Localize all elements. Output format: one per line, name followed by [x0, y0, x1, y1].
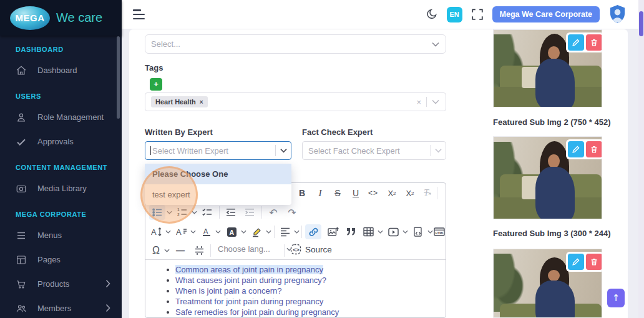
clear-all-icon[interactable]: ×	[416, 97, 421, 107]
background-color-button[interactable]: A	[224, 224, 239, 239]
fullscreen-icon[interactable]	[471, 7, 484, 21]
page-scrollbar-thumb[interactable]	[639, 11, 643, 36]
table-dropdown[interactable]	[378, 224, 384, 239]
sidebar-item-pages[interactable]: Pages	[0, 247, 122, 272]
delete-image-button[interactable]	[586, 141, 602, 157]
italic-button[interactable]: I	[313, 186, 327, 201]
highlight-dropdown[interactable]	[266, 224, 272, 239]
avatar-icon[interactable]	[608, 4, 627, 25]
written-by-select[interactable]: Select Written Expert	[145, 141, 291, 160]
chevron-down-icon[interactable]	[435, 148, 442, 153]
tags-input[interactable]: Heart Health × ×	[145, 92, 446, 111]
sidebar-scrollbar[interactable]	[117, 36, 120, 119]
sidebar-item-approvals[interactable]: Approvals	[0, 129, 122, 154]
sidebar-item-media-library[interactable]: Media Library	[0, 176, 122, 201]
add-tag-button[interactable]: +	[150, 78, 162, 91]
dropdown-option-test-expert[interactable]: test expert	[145, 184, 291, 205]
toolbar-separator	[274, 226, 275, 238]
special-characters-button[interactable]: Ω	[149, 243, 163, 258]
page-break-button[interactable]	[192, 243, 207, 258]
font-size-dropdown[interactable]	[165, 224, 172, 239]
background-color-dropdown[interactable]	[241, 224, 247, 239]
content-link[interactable]: When is joint pain a concern?	[145, 286, 446, 296]
strikethrough-button[interactable]: S	[331, 186, 344, 201]
tenant-button[interactable]: Mega We Care Corporate	[492, 6, 600, 22]
source-button[interactable]: <> Source	[290, 244, 332, 255]
sidebar-item-members[interactable]: Members	[0, 296, 122, 318]
todo-list-button[interactable]	[199, 205, 215, 220]
edit-image-button[interactable]	[568, 34, 584, 51]
dark-mode-moon-icon[interactable]	[425, 7, 439, 21]
media-icon	[388, 227, 399, 237]
block-quote-button[interactable]	[344, 224, 359, 239]
tag-remove-icon[interactable]: ×	[200, 99, 203, 106]
content-link[interactable]: Safe remedies for joint pain during preg…	[145, 307, 446, 317]
font-family-button[interactable]: A	[174, 224, 189, 239]
chevron-down-icon[interactable]	[432, 99, 439, 104]
logo[interactable]: MEGA We care	[0, 0, 122, 36]
dropdown-option-please-choose-one[interactable]: Please Choose One	[145, 164, 291, 184]
sidebar-item-dashboard[interactable]: Dashboard	[0, 58, 122, 82]
insert-image-button[interactable]	[325, 224, 341, 239]
sidebar-item-menus[interactable]: Menus	[0, 223, 122, 247]
code-button[interactable]: <>	[366, 186, 380, 201]
font-color-icon: A	[202, 227, 212, 237]
sidebar-item-role-management[interactable]: Role Management	[0, 105, 122, 129]
tags-controls: ×	[416, 97, 446, 107]
fact-check-select[interactable]: Select Fact Check Expert	[302, 141, 446, 160]
chevron-down-icon[interactable]	[280, 148, 287, 153]
home-icon	[16, 65, 27, 76]
content-link[interactable]: Treatment for joint pain during pregnanc…	[145, 296, 446, 307]
bold-button[interactable]: B	[295, 186, 309, 201]
indent-button[interactable]	[242, 205, 258, 220]
font-size-button[interactable]: A	[149, 224, 164, 239]
language-select[interactable]: Choose lang...	[218, 244, 292, 254]
html-embed-button[interactable]: HTML	[432, 224, 447, 239]
redo-button[interactable]: ↷	[284, 205, 300, 220]
bulleted-list-dropdown[interactable]	[167, 205, 173, 220]
content-link[interactable]: What causes joint pain during pregnancy?	[145, 275, 446, 286]
content-link[interactable]: Common areas of joint pain in pregnancy	[145, 264, 446, 275]
font-color-dropdown[interactable]	[215, 224, 222, 239]
font-color-button[interactable]: A	[199, 224, 214, 239]
menu-toggle-button[interactable]	[133, 9, 145, 19]
camera-icon	[16, 183, 27, 194]
alignment-button[interactable]	[278, 224, 293, 239]
page-break-icon	[194, 246, 205, 256]
numbered-list-button[interactable]: 12	[174, 205, 190, 220]
featured-sub-img-3	[493, 136, 602, 219]
edit-image-button[interactable]	[568, 141, 584, 157]
alignment-dropdown[interactable]	[294, 224, 300, 239]
delete-image-button[interactable]	[586, 254, 602, 270]
user-icon	[16, 112, 27, 123]
font-family-dropdown[interactable]	[190, 224, 197, 239]
toolbar-separator	[219, 206, 220, 219]
subscript-button[interactable]: X2	[385, 186, 399, 201]
scroll-top-button[interactable]: ↑	[607, 289, 625, 307]
remove-format-button[interactable]: Tx	[421, 186, 434, 201]
edit-image-button[interactable]	[568, 254, 584, 270]
superscript-button[interactable]: X2	[403, 186, 417, 201]
language-badge[interactable]: EN	[447, 7, 462, 22]
category-select[interactable]: Select...	[145, 34, 446, 54]
horizontal-line-button[interactable]: —	[173, 243, 188, 258]
editor-content[interactable]: Common areas of joint pain in pregnancy …	[145, 264, 446, 317]
undo-button[interactable]: ↶	[265, 205, 281, 220]
highlight-button[interactable]	[249, 224, 264, 239]
page-scrollbar-track[interactable]	[638, 0, 644, 318]
special-characters-dropdown[interactable]	[164, 243, 170, 258]
font-size-icon: A	[151, 227, 162, 237]
numbered-list-dropdown[interactable]	[192, 205, 198, 220]
outdent-button[interactable]	[223, 205, 239, 220]
bulleted-list-icon	[152, 207, 162, 217]
underline-button[interactable]: U	[349, 186, 363, 201]
sidebar-item-products[interactable]: Products	[0, 272, 122, 296]
template-button[interactable]	[410, 224, 426, 239]
media-dropdown[interactable]	[402, 224, 409, 239]
delete-image-button[interactable]	[586, 34, 602, 51]
bulleted-list-button[interactable]	[149, 205, 165, 220]
chevron-down-icon	[432, 42, 439, 47]
insert-table-button[interactable]	[360, 224, 376, 239]
insert-media-button[interactable]	[385, 224, 401, 239]
link-button[interactable]	[305, 224, 321, 239]
